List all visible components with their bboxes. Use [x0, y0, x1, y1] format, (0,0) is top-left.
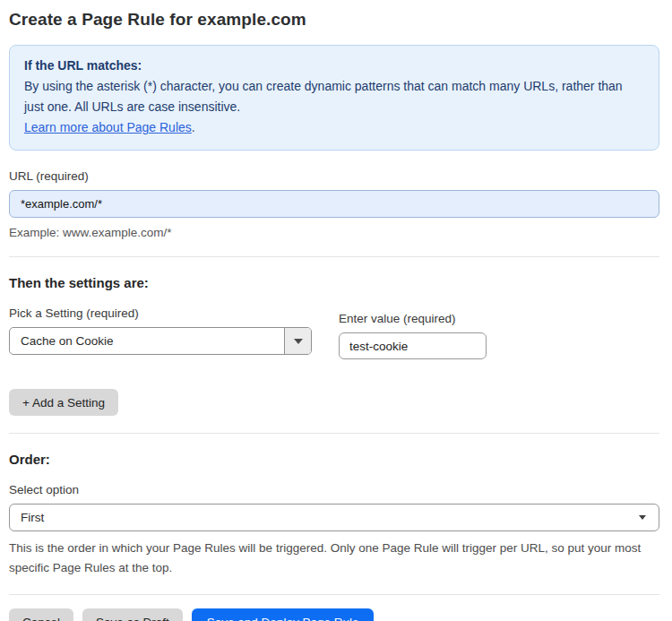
order-select[interactable]: First [9, 504, 659, 531]
page-title: Create a Page Rule for example.com [9, 10, 659, 30]
url-field-label: URL (required) [9, 169, 659, 183]
setting-select-group: Pick a Setting (required) Cache on Cooki… [9, 306, 312, 359]
settings-section-heading: Then the settings are: [9, 275, 659, 290]
setting-select[interactable]: Cache on Cookie [9, 327, 312, 355]
info-box-body: By using the asterisk (*) character, you… [24, 76, 644, 117]
footer-actions: Cancel Save as Draft Save and Deploy Pag… [9, 608, 659, 621]
link-period: . [192, 120, 195, 134]
save-and-deploy-button[interactable]: Save and Deploy Page Rule [192, 608, 375, 621]
setting-select-arrow-button[interactable] [284, 328, 311, 354]
url-example-text: Example: www.example.com/* [9, 226, 659, 239]
setting-select-label: Pick a Setting (required) [9, 306, 312, 320]
info-box-heading: If the URL matches: [24, 56, 644, 76]
url-field-group: URL (required) Example: www.example.com/… [9, 169, 659, 239]
chevron-down-icon [639, 515, 646, 520]
order-help-text: This is the order in which your Page Rul… [9, 539, 654, 577]
chevron-down-icon [294, 339, 303, 344]
settings-row: Pick a Setting (required) Cache on Cooki… [9, 306, 659, 359]
cancel-button[interactable]: Cancel [9, 608, 73, 621]
save-as-draft-button[interactable]: Save as Draft [82, 608, 183, 621]
setting-value-group: Enter value (required) [339, 306, 487, 359]
divider [9, 256, 659, 257]
setting-value-input[interactable] [339, 332, 487, 359]
setting-select-value: Cache on Cookie [10, 328, 284, 354]
order-select-value: First [21, 511, 639, 524]
divider [9, 594, 659, 595]
divider [9, 433, 659, 434]
url-match-info-box: If the URL matches: By using the asteris… [9, 45, 659, 151]
info-box-body-text: By using the asterisk (*) character, you… [24, 79, 623, 114]
info-box-link-line: Learn more about Page Rules. [24, 117, 644, 138]
add-setting-button[interactable]: + Add a Setting [9, 389, 118, 416]
order-select-group: Select option First This is the order in… [9, 483, 659, 577]
setting-value-label: Enter value (required) [339, 312, 487, 325]
learn-more-link[interactable]: Learn more about Page Rules [24, 120, 192, 134]
order-select-label: Select option [9, 483, 659, 496]
order-section-heading: Order: [9, 452, 659, 467]
url-input[interactable] [9, 190, 659, 218]
